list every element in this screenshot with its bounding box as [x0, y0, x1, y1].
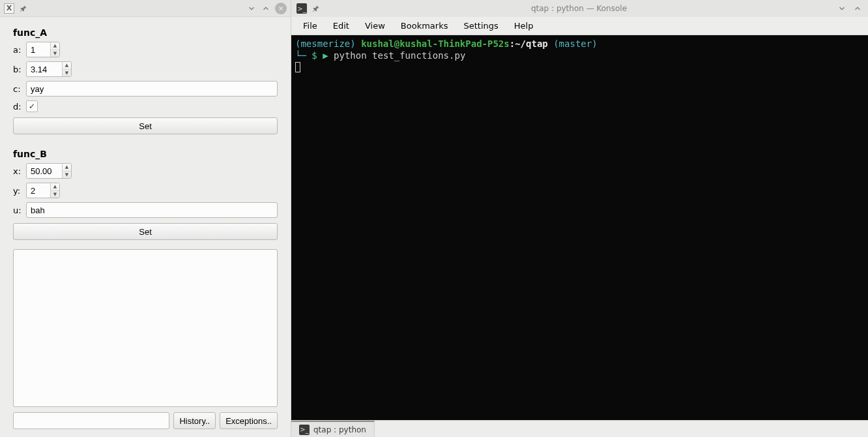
field-a: a: ▲ ▼: [13, 42, 278, 57]
term-command: python test_functions.py: [334, 50, 465, 61]
field-b: b: ▲ ▼: [13, 61, 278, 77]
set-button-func-b[interactable]: Set: [13, 223, 278, 240]
term-userhost: kushal@kushal-ThinkPad-P52s: [361, 38, 510, 49]
command-input[interactable]: [13, 412, 169, 429]
label-a: a:: [13, 45, 26, 55]
input-a[interactable]: [27, 42, 50, 57]
menu-file[interactable]: File: [295, 18, 325, 33]
label-b: b:: [13, 65, 26, 74]
left-titlebar: X: [0, 0, 291, 17]
label-y: y:: [13, 186, 26, 196]
terminal-cursor: [295, 62, 300, 72]
spin-up-icon[interactable]: ▲: [63, 62, 71, 70]
history-button[interactable]: History..: [173, 412, 216, 429]
section-title-func-a: func_A: [13, 27, 278, 38]
label-c: c:: [13, 84, 26, 94]
bottom-bar: History.. Exceptions..: [13, 412, 278, 433]
konsole-titlebar: >_ qtap : python — Konsole: [291, 0, 868, 17]
label-d: d:: [13, 102, 26, 112]
section-title-func-b: func_B: [13, 149, 278, 159]
spin-down-icon[interactable]: ▼: [63, 172, 71, 179]
menu-settings[interactable]: Settings: [456, 18, 506, 33]
form-area: func_A a: ▲ ▼ b: ▲ ▼: [0, 17, 291, 437]
input-y[interactable]: [27, 183, 50, 198]
left-app-window: X func_A a: ▲: [0, 0, 291, 437]
field-d: d: ✓: [13, 100, 278, 112]
label-x: x:: [13, 166, 26, 176]
maximize-icon[interactable]: [261, 3, 271, 14]
spin-down-icon[interactable]: ▼: [63, 70, 71, 77]
terminal-area[interactable]: (mesmerize) kushal@kushal-ThinkPad-P52s:…: [291, 35, 868, 420]
input-u[interactable]: [26, 202, 278, 218]
x11-app-icon: X: [4, 3, 14, 14]
spin-up-icon[interactable]: ▲: [63, 164, 71, 172]
term-dollar: $: [311, 50, 317, 61]
maximize-icon[interactable]: [852, 3, 863, 14]
konsole-title: qtap : python — Konsole: [321, 4, 837, 13]
term-branch: (master): [553, 38, 597, 49]
spinbox-b[interactable]: ▲ ▼: [26, 61, 72, 77]
menu-edit[interactable]: Edit: [325, 18, 357, 33]
menu-bookmarks[interactable]: Bookmarks: [393, 18, 456, 33]
set-button-func-a[interactable]: Set: [13, 117, 278, 134]
terminal-icon: >_: [299, 425, 310, 435]
spin-down-icon[interactable]: ▼: [51, 191, 59, 198]
field-y: y: ▲ ▼: [13, 183, 278, 198]
menu-view[interactable]: View: [357, 18, 393, 33]
menubar: File Edit View Bookmarks Settings Help: [291, 17, 868, 35]
input-b[interactable]: [27, 62, 62, 76]
konsole-window: >_ qtap : python — Konsole File Edit Vie…: [291, 0, 868, 437]
spinbox-x[interactable]: ▲ ▼: [26, 163, 72, 179]
spin-down-icon[interactable]: ▼: [51, 50, 59, 57]
field-u: u:: [13, 202, 278, 218]
menu-help[interactable]: Help: [506, 18, 542, 33]
pin-icon[interactable]: [18, 3, 29, 14]
term-arrow: ▶: [323, 50, 328, 61]
pin-icon[interactable]: [311, 3, 321, 14]
spin-up-icon[interactable]: ▲: [51, 42, 59, 50]
spinbox-y[interactable]: ▲ ▼: [26, 183, 60, 198]
term-cwd: ~/qtap: [515, 38, 548, 49]
input-c[interactable]: [26, 81, 278, 97]
term-prompt-corner: └─: [295, 50, 306, 61]
label-u: u:: [13, 205, 26, 215]
tab-bar: >_ qtap : python: [291, 420, 868, 437]
checkbox-d[interactable]: ✓: [26, 100, 38, 112]
field-c: c:: [13, 81, 278, 97]
tab-label: qtap : python: [313, 425, 366, 434]
field-x: x: ▲ ▼: [13, 163, 278, 179]
spinbox-a[interactable]: ▲ ▼: [26, 42, 60, 57]
minimize-icon[interactable]: [837, 3, 847, 14]
close-icon[interactable]: [275, 3, 287, 14]
minimize-icon[interactable]: [246, 3, 257, 14]
exceptions-button[interactable]: Exceptions..: [220, 412, 278, 429]
input-x[interactable]: [27, 164, 62, 178]
spin-up-icon[interactable]: ▲: [51, 183, 59, 191]
term-env: (mesmerize): [295, 38, 356, 49]
terminal-tab[interactable]: >_ qtap : python: [291, 421, 375, 437]
term-colon: :: [510, 38, 515, 49]
console-output[interactable]: [13, 249, 278, 407]
terminal-icon: >_: [297, 3, 307, 14]
